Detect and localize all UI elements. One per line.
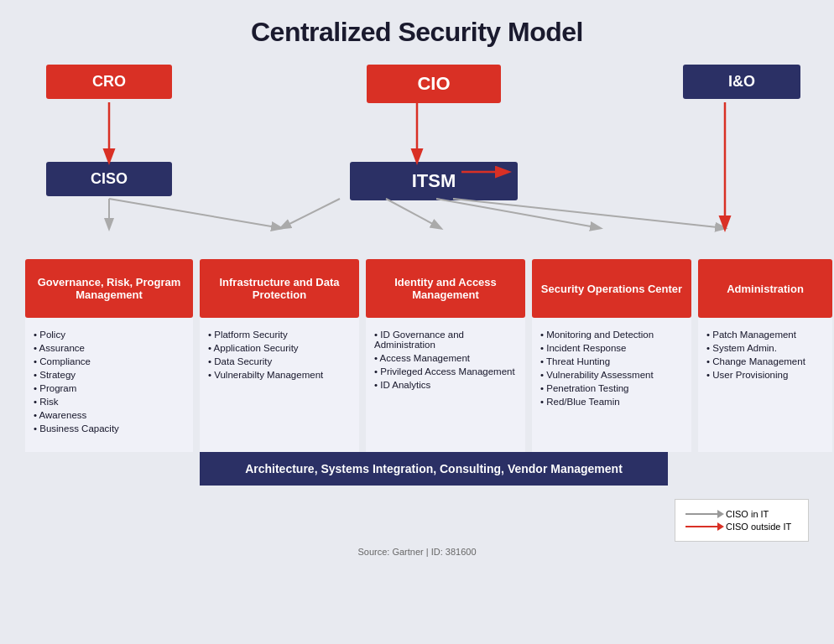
cio-box: CIO [367,65,501,103]
legend-gray-label: CISO in IT [726,509,769,519]
cio-itsm-block: CIO [201,65,666,103]
ciso-box: CISO [46,162,172,196]
legend-red-label: CISO outside IT [726,522,791,532]
itsm-block: ITSM [201,162,666,200]
page-title: Centralized Security Model [25,17,809,48]
bullets-admin: Patch Management System Admin. Change Ma… [698,318,832,452]
itsm-box: ITSM [350,162,518,200]
cat-iam: Identity and Access Management [366,259,525,318]
bullets-infrastructure: Platform Security Application Security D… [200,318,359,452]
legend-gray-line [685,513,719,515]
svg-line-5 [109,199,281,228]
bullets-iam: ID Governance and Administration Access … [366,318,525,452]
svg-line-7 [386,199,440,228]
svg-line-6 [281,199,340,228]
io-block: I&O [675,65,809,99]
legend-red-line [685,526,719,527]
io-box: I&O [683,65,800,99]
legend: CISO in IT CISO outside IT [675,499,809,542]
cat-infrastructure: Infrastructure and Data Protection [200,259,359,318]
arch-bar: Architecture, Systems Integration, Consu… [200,452,668,486]
cat-admin: Administration [698,259,832,318]
svg-line-8 [436,199,600,228]
bullets-governance: Policy Assurance Compliance Strategy Pro… [25,318,193,452]
svg-line-9 [453,199,725,228]
bullets-soc: Monitoring and Detection Incident Respon… [532,318,691,452]
cat-governance: Governance, Risk, Program Management [25,259,193,318]
cro-block: CRO [25,65,193,99]
cat-soc: Security Operations Center [532,259,691,318]
cro-box: CRO [46,65,172,99]
ciso-block: CISO [25,162,193,196]
source-text: Source: Gartner | ID: 381600 [25,547,809,557]
